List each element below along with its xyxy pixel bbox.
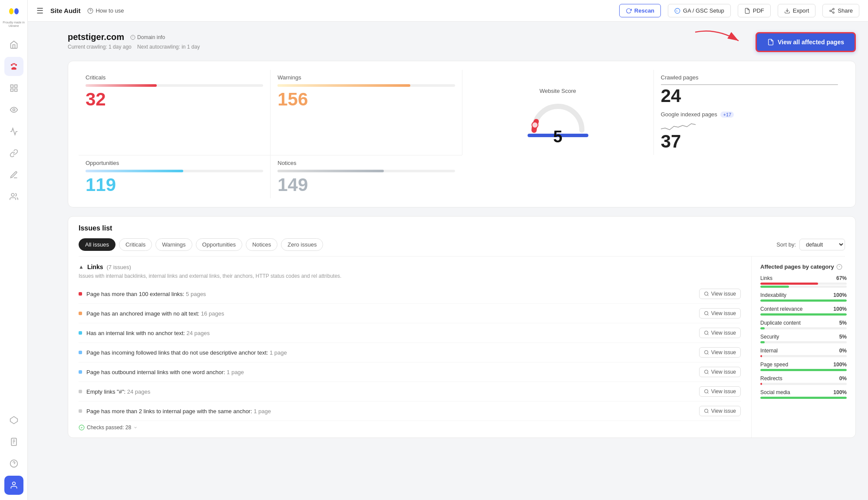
view-affected-button[interactable]: View all affected pages xyxy=(756,32,856,52)
sidebar-item-reports[interactable] xyxy=(4,432,23,451)
domain-header: petstiger.com Domain info Current crawli… xyxy=(68,32,856,52)
svg-line-37 xyxy=(707,295,708,296)
issues-header: Issues list All issues Criticals Warning… xyxy=(68,217,855,257)
issue-severity-dot xyxy=(79,390,82,393)
affected-item: Page speed 100% xyxy=(760,362,847,371)
opportunities-value: 119 xyxy=(86,176,263,194)
view-issue-button[interactable]: View issue xyxy=(699,328,741,338)
collapse-arrow-icon: ▲ xyxy=(79,264,84,270)
issues-title: Issues list xyxy=(79,224,845,232)
sidebar-item-diamond[interactable] xyxy=(4,411,23,430)
warnings-block: Warnings 156 xyxy=(270,70,462,155)
filter-opportunities[interactable]: Opportunities xyxy=(196,238,242,251)
sidebar-item-paw[interactable] xyxy=(4,57,23,76)
view-issue-button[interactable]: View issue xyxy=(699,347,741,358)
svg-line-45 xyxy=(707,373,708,374)
sidebar-item-links[interactable] xyxy=(4,144,23,163)
svg-point-20 xyxy=(12,482,15,485)
affected-item: Social media 100% xyxy=(760,389,847,399)
warnings-value: 156 xyxy=(277,90,455,109)
svg-point-40 xyxy=(704,331,708,335)
svg-point-6 xyxy=(14,63,15,64)
affected-item: Content relevance 100% xyxy=(760,306,847,316)
svg-point-5 xyxy=(12,63,13,64)
sidebar: Proudly made in Ukraine xyxy=(0,0,28,500)
export-button[interactable]: Export xyxy=(778,4,816,17)
issue-row: Empty links "#": 24 pages View issue xyxy=(79,382,741,401)
sidebar-item-help[interactable] xyxy=(4,454,23,473)
notices-block: Notices 149 xyxy=(270,155,462,198)
rescan-button[interactable]: Rescan xyxy=(619,4,661,17)
affected-item: Security 5% xyxy=(760,334,847,343)
notices-value: 149 xyxy=(277,176,455,194)
indexed-value: 37 xyxy=(661,132,838,151)
issue-row: Page has incoming followed links that do… xyxy=(79,343,741,362)
affected-pages-panel: Affected pages by category Links 67% xyxy=(751,257,855,438)
category-group-header[interactable]: ▲ Links (7 issues) xyxy=(79,263,741,270)
sidebar-item-analytics[interactable] xyxy=(4,122,23,141)
svg-point-28 xyxy=(833,12,835,13)
domain-meta: Current crawling: 1 day ago Next autocra… xyxy=(68,44,200,50)
filter-warnings[interactable]: Warnings xyxy=(155,238,192,251)
view-issue-button[interactable]: View issue xyxy=(699,406,741,416)
view-issue-button[interactable]: View issue xyxy=(699,308,741,319)
issue-text: Page has more than 2 links to internal p… xyxy=(86,408,695,414)
ga-gsc-button[interactable]: G GA / GSC Setup xyxy=(668,4,731,17)
view-issue-button[interactable]: View issue xyxy=(699,289,741,299)
filter-all[interactable]: All issues xyxy=(79,238,116,251)
svg-point-36 xyxy=(704,292,708,296)
opportunities-label: Opportunities xyxy=(86,160,263,166)
checks-passed[interactable]: Checks passed: 28 xyxy=(79,424,741,431)
how-to-use-link[interactable]: How to use xyxy=(87,7,124,14)
svg-rect-9 xyxy=(10,89,13,91)
issue-row: Page has outbound internal links with on… xyxy=(79,362,741,382)
pdf-button[interactable]: PDF xyxy=(738,4,771,17)
sidebar-item-avatar[interactable] xyxy=(4,476,23,495)
sparkline-icon xyxy=(661,120,696,131)
sidebar-item-users[interactable] xyxy=(4,187,23,206)
svg-point-27 xyxy=(830,10,832,12)
svg-point-26 xyxy=(833,8,835,10)
sort-area: Sort by: default by severity by pages xyxy=(776,239,845,250)
svg-rect-10 xyxy=(14,89,17,91)
sidebar-item-edit[interactable] xyxy=(4,165,23,184)
view-issue-button[interactable]: View issue xyxy=(699,367,741,377)
hamburger-icon[interactable]: ☰ xyxy=(36,6,43,16)
category-name: Links xyxy=(87,263,103,270)
notices-label: Notices xyxy=(277,160,455,166)
issue-row: Page has more than 100 external links: 5… xyxy=(79,284,741,304)
issue-row: Page has more than 2 links to internal p… xyxy=(79,401,741,421)
logo[interactable]: Proudly made in Ukraine xyxy=(0,5,27,28)
svg-point-12 xyxy=(11,193,14,196)
svg-line-29 xyxy=(831,11,833,12)
filter-zero[interactable]: Zero issues xyxy=(281,238,323,251)
score-gauge: 5 xyxy=(528,98,588,130)
sidebar-item-visibility[interactable] xyxy=(4,100,23,119)
svg-line-49 xyxy=(707,412,708,413)
category-count: (7 issues) xyxy=(106,264,131,270)
page-title: Site Audit xyxy=(50,7,80,14)
view-issue-button[interactable]: View issue xyxy=(699,386,741,397)
issues-section: Issues list All issues Criticals Warning… xyxy=(68,216,856,438)
score-value: 5 xyxy=(553,128,562,146)
crawled-value: 24 xyxy=(661,87,838,105)
svg-rect-7 xyxy=(10,85,13,87)
svg-point-42 xyxy=(704,351,708,354)
svg-rect-0 xyxy=(6,5,22,21)
share-button[interactable]: Share xyxy=(822,4,859,17)
affected-item: Links 67% xyxy=(760,275,847,288)
domain-info-link[interactable]: Domain info xyxy=(130,34,165,40)
issue-severity-dot xyxy=(79,292,82,296)
issue-row: Has an internal link with no anchor text… xyxy=(79,323,741,343)
filter-criticals[interactable]: Criticals xyxy=(119,238,152,251)
red-arrow-annotation xyxy=(691,28,743,54)
category-desc: Issues with internal backlinks, internal… xyxy=(79,273,741,279)
sidebar-item-home[interactable] xyxy=(4,35,23,54)
sort-select[interactable]: default by severity by pages xyxy=(799,239,845,250)
indexed-label: Google indexed pages +17 xyxy=(661,111,838,118)
sidebar-item-dashboard[interactable] xyxy=(4,79,23,98)
filter-notices[interactable]: Notices xyxy=(246,238,277,251)
svg-text:G: G xyxy=(676,10,678,12)
issues-body: ▲ Links (7 issues) Issues with internal … xyxy=(68,257,855,438)
affected-title: Affected pages by category xyxy=(760,263,847,270)
